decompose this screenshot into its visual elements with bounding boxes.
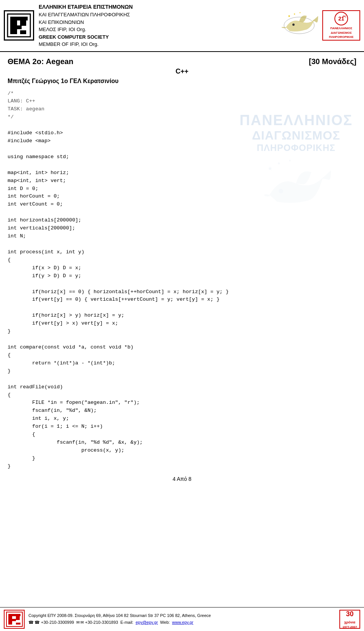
footer-logo-row: Copyright ΕΠΥ 2008-09. Στουρνάρη 69, Αθή… (4, 610, 360, 629)
anniversary-logo: 30 χρόνια 1977-2007 (339, 610, 360, 629)
svg-point-7 (292, 24, 295, 26)
svg-rect-4 (20, 17, 26, 26)
epu-logo (4, 10, 34, 41)
email-label: E-mail: (120, 619, 133, 626)
fax-number: ✉ +30-210-3301893 (80, 619, 118, 626)
svg-text:★: ★ (299, 11, 301, 14)
page-number: 4 Από 8 (8, 476, 356, 482)
svg-text:★: ★ (288, 14, 290, 18)
phone-icon: ☎ (28, 619, 34, 626)
page-title: ΘΕΜΑ 2ο: Aegean (8, 57, 73, 66)
page-header: ΕΛΛΗΝΙΚΗ ΕΤΑΙΡΕΙΑ ΕΠΙΣΤΗΜΟΝΩΝ ΚΑΙ ΕΠΑΓΓΕ… (0, 0, 364, 52)
code-area: ΠΑΝΕΛΛΗΝΙΟΣ ΔΙΑΓΩΝΙΣΜΟΣ ΠΛΗΡΟΦΟΡΙΚΗΣ ★ ★… (8, 90, 356, 471)
web-link[interactable]: www.epy.gr (172, 619, 193, 626)
author-name: Μπιτζές Γεώργιος 1ο ΓΕΛ Κερατσινίου (8, 78, 356, 85)
title-row: ΘΕΜΑ 2ο: Aegean [30 Μονάδες] (8, 57, 356, 66)
dolphin-logo: ★ ★ ★ (278, 10, 320, 41)
phone-number: ☎ +30-210-3300999 (35, 619, 74, 626)
epu-footer-logo (4, 610, 25, 629)
svg-rect-19 (16, 614, 20, 620)
language-label: C++ (8, 67, 356, 75)
main-content: ΘΕΜΑ 2ο: Aegean [30 Μονάδες] C++ Μπιτζές… (0, 52, 364, 490)
points-label: [30 Μονάδες] (309, 57, 356, 66)
svg-rect-20 (16, 623, 20, 625)
code-block: /* LANG: C++ TASK: aegean */ #include <s… (8, 90, 356, 471)
web-label: Web: (160, 619, 169, 626)
page-footer: Copyright ΕΠΥ 2008-09. Στουρνάρη 69, Αθή… (0, 607, 364, 631)
footer-text: Copyright ΕΠΥ 2008-09. Στουρνάρη 69, Αθή… (28, 612, 336, 626)
copyright-line: Copyright ΕΠΥ 2008-09. Στουρνάρη 69, Αθή… (28, 612, 336, 619)
svg-rect-3 (10, 25, 22, 29)
fax-icon: ✉ (76, 619, 80, 626)
svg-text:★: ★ (293, 13, 295, 15)
svg-rect-5 (20, 30, 26, 34)
comment-block: /* LANG: C++ TASK: aegean */ (8, 91, 44, 120)
competition-badge: 21ος ΠΑΝΕΛΛΗΝΙΟΣ ΔΙΑΓΩΝΙΣΜΟΣ ΠΛΗΡΟΦΟΡΙΚΗ… (322, 10, 360, 41)
header-org-text: ΕΛΛΗΝΙΚΗ ΕΤΑΙΡΕΙΑ ΕΠΙΣΤΗΜΟΝΩΝ ΚΑΙ ΕΠΑΓΓΕ… (39, 3, 274, 48)
svg-rect-18 (8, 619, 16, 621)
email-link[interactable]: epy@epy.gr (136, 619, 158, 626)
footer-contact: ☎ ☎ +30-210-3300999 ✉ ✉ +30-210-3301893 … (28, 619, 336, 626)
header-logos: ★ ★ ★ 21ος ΠΑΝΕΛΛΗΝΙΟΣ ΔΙΑΓΩΝΙΣΜΟΣ ΠΛΗΡΟ… (278, 10, 360, 41)
